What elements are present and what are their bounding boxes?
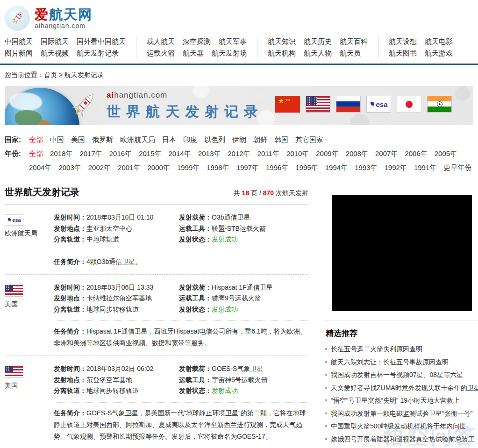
flag-esa-icon: esa — [366, 96, 391, 113]
record-country: 美国 — [5, 382, 54, 390]
year-filter-link[interactable]: 2014年 — [169, 147, 191, 161]
year-filter-link[interactable]: 2000年 — [148, 161, 170, 175]
recommend-link[interactable]: “悟空”号卫星突然“失明” 19小时天地大营救上 — [331, 397, 460, 404]
year-filter-link[interactable]: 更早年份 — [443, 161, 471, 175]
year-filter-link[interactable]: 2015年 — [139, 147, 161, 161]
recommend-link[interactable]: 我国成功发射第一颗电磁监测试验卫星“张衡一号” — [331, 410, 472, 417]
nav-link[interactable]: 航天发射场 — [212, 47, 247, 59]
recommend-link[interactable]: 嫦娥四号开展着陆器和巡视器真空热试验前总装工 — [331, 435, 475, 443]
launch-payload: 发射载荷：O3b通信卫星 — [179, 213, 308, 225]
country-filter-link[interactable]: 朝鲜 — [253, 133, 267, 147]
year-filter-row: 年份: 全部 2018年2017年2016年2015年2014年2013年201… — [5, 147, 473, 161]
nav-link[interactable]: 航天游戏 — [425, 47, 453, 59]
country-filter-link[interactable]: 伊朗 — [232, 133, 246, 147]
year-filter-link[interactable]: 2007年 — [375, 147, 398, 161]
country-filter-link[interactable]: 韩国 — [274, 133, 288, 147]
nav-link[interactable]: 图片新闻 — [5, 47, 33, 59]
launch-time: 发射时间：2018年03月10日 01:10 — [54, 213, 179, 225]
year-filter-link[interactable]: 1992年 — [385, 161, 407, 175]
country-filter-link[interactable]: 俄罗斯 — [92, 133, 113, 147]
nav-link[interactable]: 航天军事 — [219, 36, 247, 47]
recommend-link[interactable]: 天文爱好者寻找ZUMA时意外发现失联十余年的卫星 — [331, 384, 478, 391]
nav-link[interactable]: 航天知识 — [268, 36, 296, 47]
banner-text: aihangtian.com 世界航天发射记录 — [107, 91, 264, 121]
year-filter-link[interactable]: 1993年 — [355, 161, 377, 175]
launch-time: 发射时间：2018年03月06日 13:33 — [54, 284, 179, 295]
country-filter-link[interactable]: 以色列 — [204, 133, 225, 147]
nav-link[interactable]: 载人航天 — [147, 36, 175, 47]
nav-group-knowledge: 航天知识航天历史航天百科 航天机构航天人物航天员 — [257, 36, 378, 59]
year-filter-link[interactable]: 2009年 — [316, 147, 338, 161]
nav-link[interactable]: 深空探测 — [183, 36, 211, 47]
year-filter-link[interactable]: 1996年 — [266, 161, 288, 175]
launch-records-column: 世界航天发射记录 共 18 页 / 870 次航天发射 esa 欧洲航天局 发射… — [5, 186, 308, 448]
recommend-link[interactable]: 中国重型火箭500吨级发动机样机将于年内问世 — [331, 422, 466, 430]
nav-link[interactable]: 航天电影 — [425, 36, 453, 47]
launch-record: 美国 发射时间：2018年03月06日 13:33 发射地点：卡纳维拉尔角空军基… — [5, 275, 308, 356]
country-filter-all[interactable]: 全部 — [29, 133, 43, 147]
country-filter-link[interactable]: 其它国家 — [295, 133, 323, 147]
year-filter-link[interactable]: 1999年 — [177, 161, 200, 175]
year-filter-link[interactable]: 2004年 — [29, 161, 51, 175]
year-filter-link[interactable]: 1991年 — [414, 161, 436, 175]
nav-link[interactable]: 航天历史 — [304, 36, 332, 47]
banner-flags: esa — [275, 96, 452, 113]
country-filter-link[interactable]: 日本 — [162, 133, 176, 147]
year-filter-link[interactable]: 2010年 — [286, 147, 309, 161]
launch-vehicle: 运载工具：宇宙神5号运载火箭 — [179, 376, 308, 387]
nav-link[interactable]: 航天发射记录 — [77, 47, 119, 59]
year-filter-link[interactable]: 2002年 — [88, 161, 111, 175]
breadcrumb-separator: > — [59, 71, 63, 78]
nav-link[interactable]: 运载火箭 — [147, 47, 175, 59]
country-filter-link[interactable]: 印度 — [183, 133, 197, 147]
nav-link[interactable]: 航天器 — [183, 47, 204, 59]
site-title: 爱航天网 — [35, 7, 93, 21]
site-logo[interactable]: 爱航天网 aihangtian.com — [5, 4, 473, 33]
nav-link[interactable]: 航天设想 — [389, 36, 417, 47]
breadcrumb-home-link[interactable]: 首页 — [44, 71, 57, 78]
recommend-item: 嫦娥四号开展着陆器和巡视器真空热试验前总装工 — [324, 433, 478, 446]
nav-link[interactable]: 国外看中国航天 — [77, 36, 126, 47]
recommend-link[interactable]: 航天六院刘志让：长征五号事故原因查明 — [331, 358, 449, 366]
year-filter-link[interactable]: 1998年 — [207, 161, 229, 175]
recommend-item: 航天六院刘志让：长征五号事故原因查明 — [324, 356, 478, 369]
status-success: 发射成功 — [212, 306, 238, 313]
recommend-link[interactable]: 长征五号遥二火箭失利原因查明 — [331, 345, 422, 353]
nav-link[interactable]: 航天图书 — [389, 47, 417, 59]
nav-link[interactable]: 航天员 — [340, 47, 361, 59]
country-filter-link[interactable]: 中国 — [50, 133, 64, 147]
year-filter-link[interactable]: 1997年 — [236, 161, 259, 175]
year-filter-all[interactable]: 全部 — [29, 147, 43, 161]
flag-russia-icon — [336, 96, 361, 113]
year-filter-link[interactable]: 2008年 — [346, 147, 368, 161]
nav-link[interactable]: 航天人物 — [304, 47, 332, 59]
year-filter-link[interactable]: 2017年 — [79, 147, 102, 161]
recommend-link[interactable]: 我国成功发射吉林一号视频07星、08星等六星 — [331, 371, 463, 378]
launch-site: 发射地点：圭亚那太空中心 — [54, 225, 179, 236]
filters: 国家: 全部 中国美国俄罗斯欧洲航天局日本印度以色列伊朗朝鲜韩国其它国家 年份:… — [5, 133, 473, 175]
video-placeholder[interactable] — [332, 195, 472, 311]
nav-link[interactable]: 国际航天 — [41, 36, 69, 47]
nav-link[interactable]: 中国航天 — [5, 36, 33, 47]
year-filter-link[interactable]: 2018年 — [50, 147, 72, 161]
launch-orbit: 分离轨道：地球同步转移轨道 — [54, 306, 179, 317]
launch-vehicle: 运载工具：猎鹰9号运载火箭 — [179, 294, 308, 306]
country-filter-link[interactable]: 欧洲航天局 — [120, 133, 155, 147]
recommend-item: “悟空”号卫星突然“失明” 19小时天地大营救上 — [324, 394, 478, 407]
nav-link[interactable]: 航天机构 — [268, 47, 296, 59]
year-filter-link[interactable]: 2001年 — [118, 161, 140, 175]
year-filter-link[interactable]: 2006年 — [405, 147, 427, 161]
year-filter-link[interactable]: 2016年 — [109, 147, 132, 161]
year-filter-link[interactable]: 1994年 — [325, 161, 348, 175]
country-filter-link[interactable]: 美国 — [71, 133, 85, 147]
page-banner: aihangtian.com 世界航天发射记录 esa — [5, 86, 473, 125]
year-filter-link[interactable]: 2012年 — [228, 147, 250, 161]
record-info: 发射时间：2018年03月06日 13:33 发射地点：卡纳维拉尔角空军基地 分… — [54, 284, 308, 349]
year-filter-link[interactable]: 1995年 — [295, 161, 318, 175]
year-filter-link[interactable]: 2011年 — [257, 147, 279, 161]
nav-link[interactable]: 航天视频 — [41, 47, 69, 59]
year-filter-link[interactable]: 2005年 — [435, 147, 457, 161]
year-filter-link[interactable]: 2013年 — [198, 147, 221, 161]
year-filter-link[interactable]: 2003年 — [58, 161, 81, 175]
nav-link[interactable]: 航天百科 — [340, 36, 368, 47]
